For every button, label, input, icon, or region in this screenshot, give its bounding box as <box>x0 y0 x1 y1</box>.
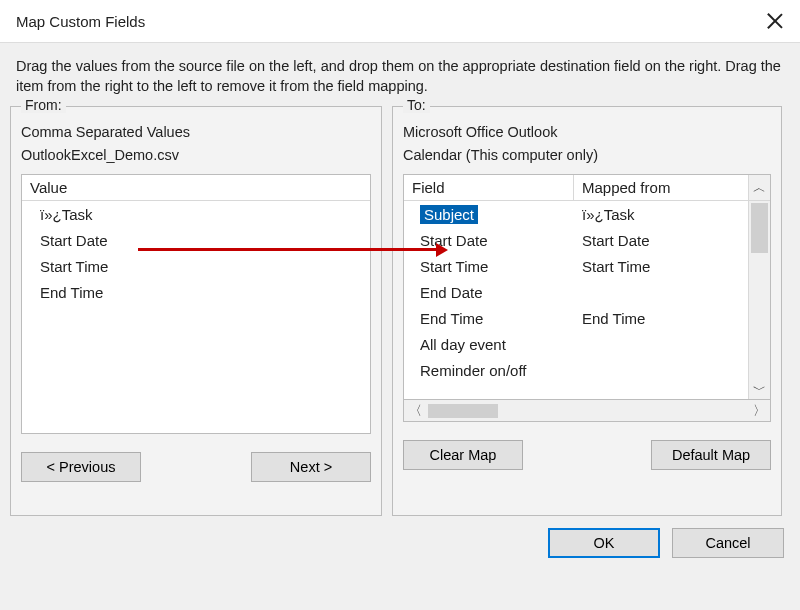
to-mapped: Start Date <box>574 228 748 253</box>
instructions-text: Drag the values from the source file on … <box>10 55 790 106</box>
to-folder: Calendar (This computer only) <box>403 144 771 166</box>
scroll-left-button[interactable]: 〈 <box>404 402 426 420</box>
to-field[interactable]: Subject <box>404 202 574 227</box>
to-mapped <box>574 366 748 374</box>
from-header-value[interactable]: Value <box>22 175 370 200</box>
to-mapped: End Time <box>574 306 748 331</box>
scroll-down-button[interactable]: ﹀ <box>749 379 770 399</box>
from-listbox[interactable]: Value ï»¿Task Start Date Start Time End … <box>21 174 371 434</box>
from-item[interactable]: Start Time <box>22 254 116 279</box>
to-header-mapped[interactable]: Mapped from <box>574 175 748 200</box>
from-panel: From: Comma Separated Values OutlookExce… <box>10 106 382 516</box>
dialog-title: Map Custom Fields <box>16 13 145 30</box>
to-mapped: Start Time <box>574 254 748 279</box>
vertical-scrollbar[interactable]: ﹀ <box>748 201 770 399</box>
to-mapped <box>574 288 748 296</box>
chevron-up-icon: ︿ <box>753 181 766 194</box>
to-label: To: <box>403 97 430 113</box>
annotation-arrow <box>138 248 438 251</box>
annotation-arrow-head <box>436 243 448 257</box>
from-item[interactable]: End Time <box>22 280 111 305</box>
to-mapped: ï»¿Task <box>574 202 748 227</box>
from-label: From: <box>21 97 66 113</box>
to-field[interactable]: End Time <box>404 306 574 331</box>
to-field[interactable]: All day event <box>404 332 574 357</box>
scroll-right-button[interactable]: 〉 <box>748 402 770 420</box>
clear-map-button[interactable]: Clear Map <box>403 440 523 470</box>
horizontal-scrollbar[interactable]: 〈 〉 <box>403 400 771 422</box>
chevron-down-icon: ﹀ <box>753 383 766 396</box>
to-panel: To: Microsoft Office Outlook Calendar (T… <box>392 106 782 516</box>
close-icon[interactable] <box>766 12 784 30</box>
scroll-thumb[interactable] <box>751 203 768 253</box>
from-item[interactable]: Start Date <box>22 228 116 253</box>
from-format: Comma Separated Values <box>21 121 371 143</box>
to-field[interactable]: Start Time <box>404 254 574 279</box>
chevron-left-icon: 〈 <box>409 403 422 418</box>
from-item[interactable]: ï»¿Task <box>22 202 101 227</box>
from-file: OutlookExcel_Demo.csv <box>21 144 371 166</box>
cancel-button[interactable]: Cancel <box>672 528 784 558</box>
to-app: Microsoft Office Outlook <box>403 121 771 143</box>
hscroll-thumb[interactable] <box>428 404 498 418</box>
previous-button[interactable]: < Previous <box>21 452 141 482</box>
to-mapped <box>574 340 748 348</box>
scroll-up-button[interactable]: ︿ <box>748 175 770 200</box>
chevron-right-icon: 〉 <box>753 403 766 418</box>
to-field[interactable]: End Date <box>404 280 574 305</box>
to-header-field[interactable]: Field <box>404 175 574 200</box>
to-field[interactable]: Reminder on/off <box>404 358 574 383</box>
default-map-button[interactable]: Default Map <box>651 440 771 470</box>
ok-button[interactable]: OK <box>548 528 660 558</box>
to-listbox[interactable]: Field Mapped from ︿ Subjectï»¿Task Start… <box>403 174 771 400</box>
next-button[interactable]: Next > <box>251 452 371 482</box>
